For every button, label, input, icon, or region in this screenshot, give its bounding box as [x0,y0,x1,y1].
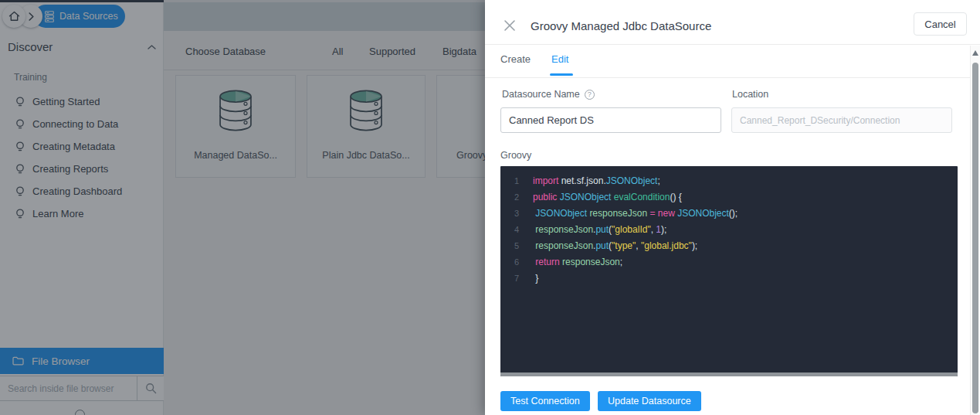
divider [485,44,980,45]
tab-edit[interactable]: Edit [551,53,568,65]
scroll-up-arrow-icon[interactable] [972,50,978,56]
groovy-editor-label: Groovy [500,150,531,161]
code-editor-lines: 1import net.sf.json.JSONObject;2public J… [500,166,958,287]
tab-create[interactable]: Create [500,53,531,65]
app-screen: Choose Database All Supported Bigdata Ma… [0,0,980,415]
location-input [731,107,952,133]
divider [485,77,980,78]
location-label: Location [732,89,768,100]
modal-backdrop[interactable] [0,0,485,415]
datasource-name-label: Datasource Name ? [502,89,595,100]
cancel-button[interactable]: Cancel [914,12,967,36]
datasource-name-input[interactable] [500,107,721,133]
datasource-modal: Groovy Managed Jdbc DataSource Cancel Cr… [485,0,980,415]
active-tab-underline [550,73,573,76]
update-datasource-button[interactable]: Update Datasource [598,391,701,411]
groovy-code-editor[interactable]: 1import net.sf.json.JSONObject;2public J… [500,166,958,376]
editor-horizontal-scrollbar[interactable] [500,372,958,376]
modal-title: Groovy Managed Jdbc DataSource [531,19,711,32]
test-connection-button[interactable]: Test Connection [500,391,590,411]
modal-scrollbar[interactable] [970,46,980,415]
scrollbar-thumb[interactable] [972,63,978,413]
help-circle-icon[interactable]: ? [585,90,595,100]
close-icon[interactable] [504,19,516,32]
